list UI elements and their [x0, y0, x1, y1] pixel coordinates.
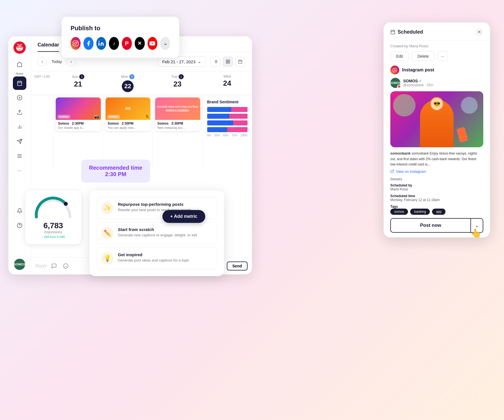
- sentiment-panel: Brand Sentiment: [205, 97, 250, 139]
- gauge-chart: [34, 196, 73, 218]
- publish-title: Publish to: [71, 25, 170, 32]
- scheduled-panel-header: Scheduled ✕: [384, 22, 490, 41]
- sentiment-bar-3: [207, 120, 248, 125]
- time-column: [31, 95, 53, 168]
- add-metric-button[interactable]: + Add metric: [162, 210, 205, 223]
- linkedin-icon[interactable]: [96, 37, 106, 50]
- sidebar-item-inbox[interactable]: [13, 106, 26, 119]
- external-link-icon: [390, 169, 394, 173]
- svg-point-7: [16, 45, 23, 51]
- svg-rect-35: [226, 60, 228, 61]
- youtube-icon[interactable]: [148, 37, 158, 50]
- recommended-time-overlay: Recommended time 2:30 PM: [81, 160, 150, 183]
- sentiment-bar-4: [207, 127, 248, 132]
- post-card-tue[interactable]: Avocado toast can't stop you from gettin…: [155, 97, 200, 131]
- sidebar-item-calendar[interactable]: [13, 76, 26, 90]
- verified-icon: ✓: [419, 79, 422, 83]
- sentiment-bar-1: [207, 107, 248, 112]
- impressions-delta: ↑ 284 from 6,499: [31, 235, 76, 239]
- post-now-group: Post now ⌄: [390, 218, 483, 233]
- post-card-sun[interactable]: SOMOS 📷 Somos 2:30PM Our mobile app is..…: [56, 97, 101, 131]
- svg-point-10: [18, 46, 19, 48]
- sidebar-item-help[interactable]: [13, 219, 26, 232]
- created-by: Created by Maria Rossi: [384, 41, 490, 52]
- svg-rect-36: [228, 60, 230, 61]
- post-image: 😎: [390, 91, 483, 147]
- instagram-platform-icon: [390, 66, 399, 74]
- account-row: SOMOS SOMOS ✓ @somosbank · 15m: [384, 78, 490, 91]
- sidebar-item-streams[interactable]: [13, 149, 26, 163]
- tags-row: Tags somos banking app: [390, 205, 483, 215]
- account-avatar-sp: SOMOS: [390, 78, 400, 88]
- account-avatar[interactable]: SOMOS: [14, 259, 25, 270]
- sidebar-item-more[interactable]: ···: [13, 164, 26, 177]
- sidebar-item-analytics[interactable]: [13, 120, 26, 134]
- today-button[interactable]: Today: [52, 59, 62, 64]
- svg-rect-37: [226, 62, 228, 63]
- svg-rect-51: [393, 68, 396, 72]
- chevron-down-icon: ⌄: [198, 59, 201, 64]
- sidebar-item-notifications[interactable]: [13, 204, 26, 218]
- post-card-mon-1[interactable]: SOMOS VIS 𝕏 Somos 2:30PM You can apply n…: [106, 97, 151, 131]
- tags-list: somos banking app: [390, 209, 483, 215]
- post-time-tue: Somos 2:30PM: [157, 122, 198, 125]
- home-label: Home: [16, 72, 23, 75]
- ai-tool-scratch[interactable]: ✏️ Start from scratch Generate new capti…: [96, 222, 217, 244]
- pinterest-icon[interactable]: P: [122, 37, 132, 50]
- emoji-icon[interactable]: [61, 262, 70, 270]
- instagram-icon[interactable]: [71, 37, 81, 50]
- view-on-instagram-link[interactable]: View on Instagram: [384, 169, 490, 177]
- platform-row: Instagram post: [384, 66, 490, 78]
- close-button[interactable]: ✕: [475, 28, 483, 36]
- facebook-icon[interactable]: [83, 37, 94, 50]
- inspired-icon: 💡: [101, 252, 113, 265]
- date-range-picker[interactable]: Feb 21 - 27, 2023 ⌄: [158, 57, 206, 67]
- impressions-number: 6,783: [31, 221, 76, 230]
- calendar-view-btn[interactable]: [235, 57, 245, 67]
- delete-button[interactable]: Delete: [412, 52, 435, 61]
- send-button[interactable]: Send: [227, 262, 248, 270]
- reply-input[interactable]: Reply: [35, 263, 47, 269]
- repurpose-icon: ✨: [101, 202, 113, 214]
- details-section: Details Scheduled by Maria Rossi Schedul…: [384, 177, 490, 215]
- hootsuite-logo[interactable]: [13, 41, 26, 54]
- col-sun-events: SOMOS 📷 Somos 2:30PM Our mobile app is..…: [53, 95, 103, 168]
- grid-view-btn[interactable]: [223, 57, 233, 67]
- svg-point-11: [20, 46, 22, 48]
- calendar-tab[interactable]: Calendar: [38, 42, 59, 52]
- message-icon[interactable]: [50, 262, 59, 270]
- scratch-icon: ✏️: [101, 227, 113, 239]
- col-tue: Tue1 23: [153, 71, 202, 95]
- ai-tool-inspired[interactable]: 💡 Get inspired Generate post ideas and c…: [96, 248, 217, 269]
- sidebar-item-campaigns[interactable]: [13, 135, 26, 148]
- edit-button[interactable]: Edit: [390, 52, 409, 61]
- more-options-button[interactable]: ···: [438, 52, 448, 61]
- scheduled-title: Scheduled: [390, 29, 423, 35]
- sentiment-axis: 0%25%50%75%100%: [207, 134, 248, 137]
- tiktok-icon[interactable]: ♪: [109, 37, 119, 50]
- post-preview: Our mobile app is...: [58, 126, 99, 129]
- more-platforms-icon[interactable]: ⌄: [160, 37, 170, 50]
- x-icon[interactable]: ✕: [135, 37, 145, 50]
- sentiment-title: Brand Sentiment: [207, 100, 248, 104]
- tag-banking: banking: [410, 209, 430, 215]
- sidebar-item-home[interactable]: Home: [13, 58, 26, 75]
- recommended-line1: Recommended time: [89, 165, 142, 171]
- svg-rect-0: [73, 41, 78, 46]
- list-view-btn[interactable]: [211, 57, 221, 67]
- action-buttons: Edit Delete ···: [384, 52, 490, 66]
- post-time-mon: Somos 2:30PM: [108, 122, 148, 125]
- scheduled-time-row: Scheduled time Monday, February 12 at 11…: [390, 194, 483, 202]
- col-wed: Wed 24: [202, 71, 252, 95]
- svg-rect-38: [228, 62, 230, 63]
- scheduled-by-value: Maria Rossi: [390, 187, 483, 191]
- prev-btn[interactable]: ‹: [38, 57, 47, 66]
- col-tue-events: Avocado toast can't stop you from gettin…: [153, 95, 202, 168]
- social-icons-row: ♪ P ✕ ⌄: [71, 37, 170, 50]
- post-now-button[interactable]: Post now: [390, 218, 470, 233]
- sidebar-item-compose[interactable]: [13, 91, 26, 104]
- next-btn[interactable]: ›: [66, 57, 76, 66]
- tags-label: Tags: [390, 205, 483, 209]
- col-wed-events: Brand Sentiment: [202, 95, 252, 168]
- impressions-label: impressions: [31, 230, 76, 234]
